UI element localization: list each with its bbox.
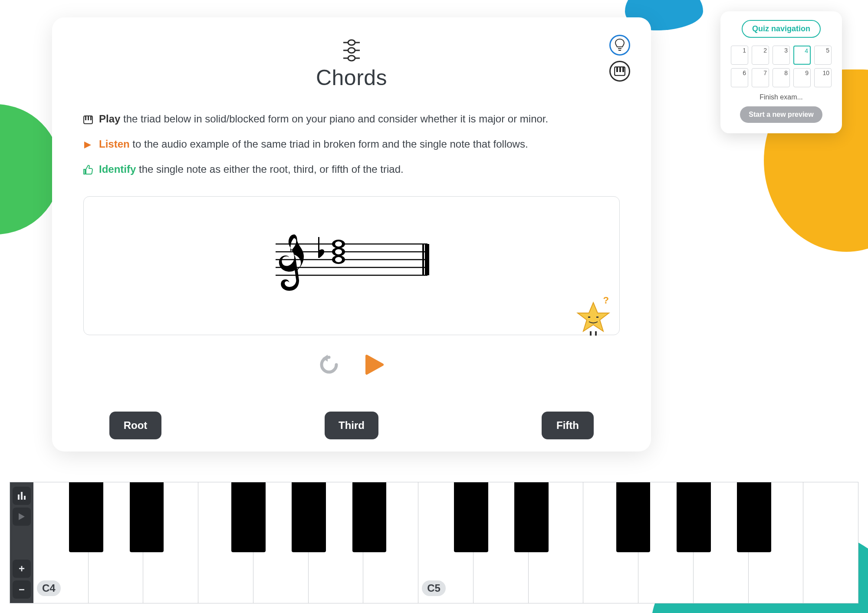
question-card: Chords [52,17,651,452]
chords-icon [341,38,362,63]
piano-play-button[interactable] [13,508,31,526]
play-icon [18,512,26,521]
play-icon [365,354,384,375]
quiz-nav-item-2[interactable]: 2 [752,46,769,65]
piano-keyboard[interactable]: C4C5 [33,482,858,603]
playback-controls [83,354,620,377]
svg-rect-13 [85,116,86,120]
answer-root[interactable]: Root [109,412,161,439]
white-key[interactable] [803,482,858,603]
answer-fifth[interactable]: Fifth [542,412,594,439]
svg-point-28 [335,249,342,254]
thumbs-up-icon [83,163,93,179]
quiz-nav-item-5[interactable]: 5 [814,46,832,65]
svg-rect-40 [24,496,26,500]
svg-rect-34 [590,331,592,336]
quiz-nav-item-7[interactable]: 7 [752,68,769,87]
svg-rect-24 [318,237,319,258]
black-key[interactable] [514,482,549,552]
piano-zoom-out-button[interactable]: − [13,580,31,599]
svg-rect-32 [588,316,590,318]
svg-rect-35 [595,331,597,336]
quiz-nav-grid: 12345678910 [730,46,832,87]
quiz-nav-item-4[interactable]: 4 [793,46,811,65]
instruction-listen: Listen to the audio example of the same … [83,136,620,154]
music-staff [271,227,432,305]
replay-icon [319,355,339,375]
play-small-icon [83,138,93,154]
black-key[interactable] [677,482,711,552]
svg-marker-16 [84,142,91,148]
svg-marker-41 [19,513,25,520]
svg-rect-14 [88,116,89,120]
svg-rect-11 [622,67,624,72]
instructions: Play the triad below in solid/blocked fo… [83,111,620,179]
text-identify: the single note as either the root, thir… [139,163,404,175]
quiz-nav-item-10[interactable]: 10 [814,68,832,87]
quiz-nav-panel: Quiz navigation 12345678910 Finish exam.… [720,11,842,133]
svg-point-5 [348,56,355,61]
toggle-keyboard-button[interactable] [609,61,630,82]
keyboard-icon [614,66,625,76]
finish-exam-link[interactable]: Finish exam... [730,93,832,101]
staff-box: ? [83,196,620,335]
play-audio-button[interactable] [365,354,384,377]
text-play: the triad below in solid/blocked form on… [123,113,548,125]
piano-small-icon [83,113,93,129]
piano-settings-button[interactable] [13,487,31,505]
black-key[interactable] [616,482,651,552]
svg-marker-37 [367,356,382,373]
card-title: Chords [83,65,620,90]
replay-button[interactable] [319,355,339,376]
instruction-play: Play the triad below in solid/blocked fo… [83,111,620,129]
answer-third[interactable]: Third [325,412,378,439]
svg-rect-38 [18,494,20,500]
mascot-star: ? [576,301,611,336]
lightbulb-icon [615,39,625,52]
text-listen: to the audio example of the same triad i… [132,138,528,150]
quiz-nav-title: Quiz navigation [742,20,821,38]
answer-row: Root Third Fifth [109,412,594,439]
svg-rect-39 [21,492,23,500]
bg-blob-green [0,104,61,234]
instruction-identify: Identify the single note as either the r… [83,161,620,179]
verb-play: Play [99,113,120,125]
verb-identify: Identify [99,163,136,175]
start-new-preview-button[interactable]: Start a new preview [740,106,822,123]
svg-marker-31 [578,303,609,331]
quiz-nav-item-9[interactable]: 9 [793,68,811,87]
svg-rect-33 [596,316,598,318]
piano-zoom-in-button[interactable]: + [13,560,31,578]
quiz-nav-item-1[interactable]: 1 [731,46,748,65]
quiz-nav-item-6[interactable]: 6 [731,68,748,87]
piano-toolbar: + − [10,482,33,603]
piano-widget: + − C4C5 [10,482,858,603]
key-label-c4: C4 [37,580,61,596]
black-key[interactable] [231,482,266,552]
svg-rect-23 [425,244,429,275]
question-mark-icon: ? [603,295,609,306]
svg-point-26 [335,257,342,262]
black-key[interactable] [69,482,103,552]
black-key[interactable] [737,482,771,552]
svg-rect-10 [619,67,621,72]
svg-rect-15 [90,116,92,120]
hint-button[interactable] [609,35,630,56]
black-key[interactable] [454,482,488,552]
card-header: Chords [83,38,620,90]
svg-point-3 [348,40,355,45]
quiz-nav-item-3[interactable]: 3 [773,46,790,65]
svg-rect-22 [422,244,424,275]
key-label-c5: C5 [422,580,446,596]
equalizer-icon [17,491,26,501]
svg-point-30 [335,241,342,247]
black-key[interactable] [292,482,326,552]
svg-point-4 [348,48,355,53]
verb-listen: Listen [99,138,130,150]
black-key[interactable] [130,482,164,552]
quiz-nav-item-8[interactable]: 8 [773,68,790,87]
black-key[interactable] [352,482,387,552]
svg-rect-9 [616,67,618,72]
